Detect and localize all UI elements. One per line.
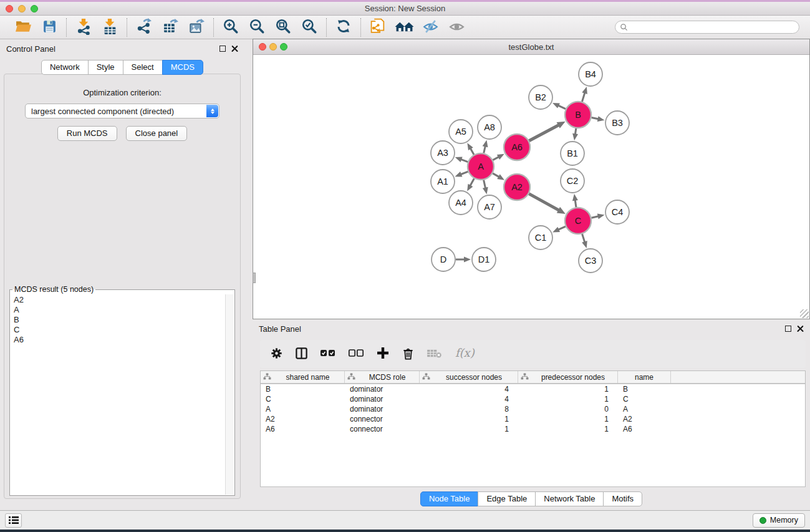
table-row-A2[interactable]: A2connector11A2 (261, 414, 805, 424)
import-table-button[interactable] (99, 18, 120, 37)
toolbar-group (361, 18, 473, 37)
deselect-all-button[interactable] (348, 348, 364, 360)
show-all-button[interactable] (446, 18, 467, 37)
graph-node-B1[interactable]: B1 (561, 142, 584, 165)
close-panel-button[interactable]: Close panel (126, 126, 188, 141)
graph-node-B[interactable]: B (565, 102, 591, 128)
table-row-B[interactable]: Bdominator41B (261, 384, 805, 394)
mcds-tab-content: Optimization criterion: largest connecte… (4, 74, 241, 499)
graph-node-A5[interactable]: A5 (449, 120, 473, 143)
search-input[interactable] (615, 21, 799, 34)
window-resize-grip[interactable] (800, 309, 809, 318)
graph-node-D1[interactable]: D1 (472, 248, 496, 271)
result-list-item[interactable]: A (11, 304, 225, 314)
tab-edge-table[interactable]: Edge Table (478, 491, 536, 506)
zoom-in-button[interactable] (220, 18, 241, 37)
graph-node-C[interactable]: C (565, 208, 591, 234)
refresh-button[interactable] (333, 18, 354, 37)
open-session-button[interactable] (12, 18, 34, 37)
svg-text:f(x): f(x) (455, 347, 475, 359)
zoom-out-button[interactable] (246, 18, 268, 37)
graph-node-A6[interactable]: A6 (504, 134, 530, 160)
select-all-button[interactable] (320, 348, 336, 360)
float-panel-icon[interactable] (219, 46, 226, 52)
tab-select[interactable]: Select (123, 60, 163, 75)
graph-node-A3[interactable]: A3 (431, 141, 455, 165)
criterion-select[interactable]: largest connected component (directed) (25, 104, 219, 118)
graph-node-label: C3 (585, 256, 597, 266)
close-window-button[interactable] (6, 5, 13, 12)
minimize-window-button[interactable] (18, 5, 26, 12)
graph-node-A4[interactable]: A4 (449, 191, 473, 215)
graph-node-A8[interactable]: A8 (478, 115, 501, 139)
graph-node-A7[interactable]: A7 (478, 195, 501, 219)
equation-builder-button: f(x) (454, 347, 478, 362)
network-window-titlebar: testGlobe.txt (253, 39, 809, 55)
network-zoom-button[interactable] (280, 43, 287, 51)
delete-table-button (427, 348, 442, 360)
graph-node-B2[interactable]: B2 (529, 85, 552, 109)
first-neighbors-button[interactable] (393, 18, 415, 37)
export-network-button[interactable] (133, 18, 155, 37)
result-list-item[interactable]: B (11, 314, 225, 324)
network-close-button[interactable] (259, 43, 266, 51)
graph-node-A[interactable]: A (468, 153, 494, 180)
show-columns-button[interactable] (295, 347, 308, 362)
tab-mcds[interactable]: MCDS (162, 60, 203, 75)
table-cell: B (618, 384, 671, 394)
column-header-name[interactable]: name (618, 371, 671, 383)
open-session-icon (15, 19, 32, 36)
network-window-controls (259, 43, 287, 51)
save-session-button[interactable] (39, 18, 60, 37)
zoom-fit-button[interactable] (272, 18, 294, 37)
export-table-button[interactable] (160, 18, 181, 37)
create-column-button[interactable] (376, 346, 390, 362)
tab-network-table[interactable]: Network Table (535, 491, 604, 506)
graph-node-C3[interactable]: C3 (579, 249, 602, 273)
tab-motifs[interactable]: Motifs (603, 491, 642, 506)
tab-network[interactable]: Network (41, 60, 89, 75)
graph-node-A2[interactable]: A2 (504, 174, 530, 200)
delete-columns-button[interactable] (402, 347, 415, 362)
graph-node-D[interactable]: D (432, 248, 455, 271)
column-header-shared-name[interactable]: shared name (261, 371, 345, 383)
network-minimize-button[interactable] (269, 43, 277, 51)
table-panel-title: Table Panel (259, 324, 301, 334)
graph-node-C2[interactable]: C2 (561, 169, 584, 193)
task-history-button[interactable] (5, 513, 22, 528)
result-list-item[interactable]: A6 (11, 334, 225, 344)
column-header-predecessor-nodes[interactable]: predecessor nodes (518, 371, 618, 383)
float-table-panel-icon[interactable] (785, 326, 791, 332)
table-row-C[interactable]: Cdominator41C (261, 394, 805, 404)
run-mcds-button[interactable]: Run MCDS (57, 126, 117, 141)
settings-button[interactable] (270, 347, 283, 362)
tab-node-table[interactable]: Node Table (420, 491, 479, 506)
graph-node-B4[interactable]: B4 (579, 62, 602, 86)
close-panel-icon[interactable] (231, 46, 238, 52)
column-header-MCDS-role[interactable]: MCDS role (345, 371, 420, 383)
graph-edge-arrow (597, 214, 605, 220)
tab-style[interactable]: Style (88, 60, 123, 75)
first-neighbors-icon (395, 18, 414, 37)
graph-node-B3[interactable]: B3 (605, 111, 629, 135)
export-image-button[interactable] (186, 18, 207, 37)
table-row-A6[interactable]: A6connector11A6 (261, 424, 805, 434)
clone-network-button[interactable] (367, 18, 388, 37)
settings-icon (270, 347, 283, 362)
memory-button[interactable]: Memory (753, 513, 805, 528)
zoom-window-button[interactable] (31, 5, 38, 12)
result-list-item[interactable]: A2 (11, 294, 225, 304)
table-row-A[interactable]: Adominator80A (261, 404, 805, 414)
network-canvas[interactable]: B4B2BB3A8A5A6A3B1AA1C2A2A4A7C4CC1DD1C3 (253, 55, 809, 319)
hide-selected-button[interactable] (420, 18, 441, 37)
graph-node-C1[interactable]: C1 (529, 226, 552, 249)
column-header-successor-nodes[interactable]: successor nodes (420, 371, 518, 383)
zoom-selected-button[interactable] (299, 18, 320, 37)
graph-node-C4[interactable]: C4 (605, 200, 629, 224)
result-list-item[interactable]: C (11, 324, 225, 334)
result-list-scrollbar[interactable] (225, 294, 234, 495)
graph-node-A1[interactable]: A1 (431, 170, 455, 193)
panel-resize-handle[interactable] (253, 273, 256, 283)
import-network-button[interactable] (73, 18, 94, 37)
close-table-panel-icon[interactable] (797, 326, 804, 332)
